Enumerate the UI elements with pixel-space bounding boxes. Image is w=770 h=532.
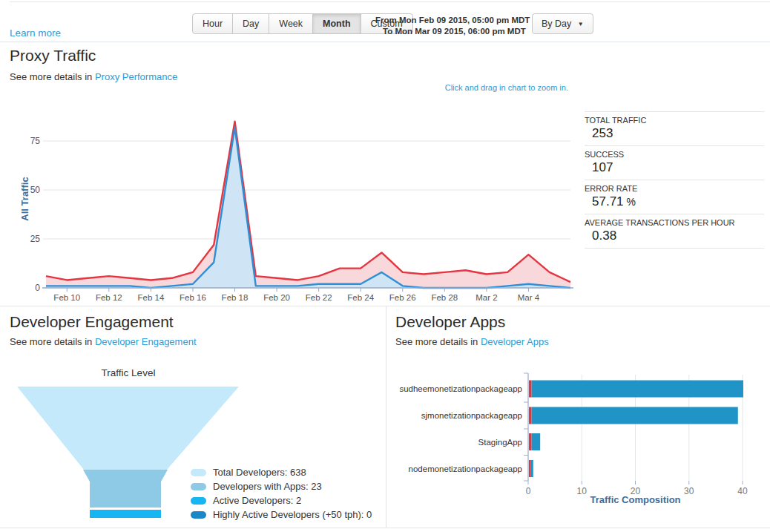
proxy-traffic-chart[interactable]: 0255075Feb 10Feb 12Feb 14Feb 16Feb 18Feb…: [0, 104, 586, 308]
developer-apps-subtitle: See more details in Developer Apps: [395, 336, 549, 347]
bar-red-nodemonetizationpackageapp[interactable]: [529, 460, 530, 477]
stat-label: SUCCESS: [585, 150, 764, 159]
bar-blue-sudheemonetizationpackageapp[interactable]: [532, 381, 743, 398]
stat-total-traffic: TOTAL TRAFFIC253: [585, 112, 764, 146]
developer-engagement-subtitle: See more details in Developer Engagement: [10, 336, 197, 347]
y-tick-label: 50: [30, 185, 41, 195]
legend-swatch-icon: [191, 469, 206, 476]
legend-label: Highly Active Developers (+50 tph): 0: [213, 509, 372, 520]
legend-label: Total Developers: 638: [213, 467, 306, 478]
funnel-segment-total-developers[interactable]: [17, 387, 239, 470]
range-button-week[interactable]: Week: [269, 13, 313, 34]
bar-blue-nodemonetizationpackageapp[interactable]: [530, 460, 533, 477]
stat-error-rate: ERROR RATE57.71%: [585, 180, 764, 214]
line-blue-series[interactable]: [46, 128, 570, 288]
range-button-month[interactable]: Month: [312, 13, 361, 34]
bar-blue-StagingApp[interactable]: [532, 433, 541, 450]
developer-apps-title: Developer Apps: [395, 313, 505, 331]
group-by-dropdown[interactable]: By Day ▼: [532, 13, 593, 34]
stat-suffix: %: [627, 196, 636, 208]
legend-item: Total Developers: 638: [191, 465, 372, 479]
y-tick-label: 75: [30, 136, 41, 146]
stat-value: 107: [585, 160, 764, 175]
vertical-divider: [386, 306, 386, 528]
zoom-hint: Click and drag in chart to zoom in.: [445, 83, 568, 92]
developer-apps-chart[interactable]: 010203040sudheemonetizationpackageappsjm…: [393, 370, 770, 514]
x-tick-label: Feb 28: [431, 293, 458, 302]
x-tick-label: Feb 18: [222, 293, 249, 302]
x-tick-label: Feb 10: [53, 293, 80, 302]
bar-red-StagingApp[interactable]: [529, 433, 532, 450]
legend-item: Highly Active Developers (+50 tph): 0: [191, 508, 372, 522]
bar-label: sjmonetizationpackageapp: [421, 411, 522, 420]
date-range: From Mon Feb 09 2015, 05:00 pm MDT To Mo…: [375, 15, 530, 37]
stat-label: ERROR RATE: [585, 184, 764, 193]
legend-swatch-icon: [191, 483, 206, 490]
developer-engagement-title: Developer Engagement: [10, 313, 174, 331]
traffic-stats-panel: TOTAL TRAFFIC253SUCCESS107ERROR RATE57.7…: [585, 111, 764, 249]
middle-divider: [0, 306, 770, 306]
x-tick-label: Feb 14: [137, 293, 164, 302]
analytics-dashboard: Learn more HourDayWeekMonthCustom From M…: [0, 0, 770, 532]
proxy-traffic-subtitle: See more details in Proxy Performance: [10, 71, 177, 82]
bar-blue-sjmonetizationpackageapp[interactable]: [532, 407, 738, 424]
x-tick-label: 10: [577, 486, 588, 496]
x-tick-label: Feb 12: [96, 293, 122, 302]
chevron-down-icon: ▼: [578, 21, 584, 27]
bar-label: nodemonetizationpackageapp: [409, 464, 522, 473]
funnel-title: Traffic Level: [10, 367, 247, 378]
stat-value: 253: [585, 126, 764, 141]
bar-red-sjmonetizationpackageapp[interactable]: [529, 407, 532, 424]
area-red-series: [46, 122, 570, 288]
legend-item: Active Developers: 2: [191, 493, 372, 508]
stat-success: SUCCESS107: [585, 146, 764, 180]
range-button-hour[interactable]: Hour: [192, 13, 233, 34]
funnel-legend: Total Developers: 638Developers with App…: [191, 465, 372, 522]
x-tick-label: Feb 24: [347, 293, 374, 302]
bar-label: StagingApp: [478, 438, 522, 447]
group-by-label: By Day: [542, 19, 571, 29]
date-to: To Mon Mar 09 2015, 06:00 pm MDT: [375, 26, 530, 37]
proxy-traffic-title: Proxy Traffic: [10, 47, 96, 65]
topbar-divider: [0, 42, 770, 42]
y-tick-label: 0: [35, 283, 40, 293]
x-tick-label: 30: [684, 486, 694, 496]
learn-more-link[interactable]: Learn more: [10, 27, 61, 39]
x-tick-label: 0: [526, 486, 531, 496]
legend-swatch-icon: [191, 497, 206, 505]
x-axis-title: Traffic Composition: [590, 494, 680, 505]
stat-value: 0.38: [585, 229, 764, 243]
x-tick-label: Feb 16: [180, 293, 206, 302]
stat-label: AVERAGE TRANSACTIONS PER HOUR: [585, 218, 764, 227]
date-from: From Mon Feb 09 2015, 05:00 pm MDT: [375, 15, 530, 26]
developer-engagement-link[interactable]: Developer Engagement: [95, 336, 197, 347]
legend-swatch-icon: [191, 511, 206, 519]
legend-label: Active Developers: 2: [213, 495, 301, 506]
bar-label: sudheemonetizationpackageapp: [399, 384, 522, 393]
legend-item: Developers with Apps: 23: [191, 479, 372, 493]
range-button-day[interactable]: Day: [232, 13, 269, 34]
y-axis-title: All Traffic: [19, 177, 30, 220]
funnel-segment-developers-with-apps[interactable]: [83, 470, 168, 508]
funnel-segment-active-developers[interactable]: [90, 510, 161, 518]
x-tick-label: Feb 20: [263, 293, 290, 302]
bar-red-sudheemonetizationpackageapp[interactable]: [529, 381, 532, 398]
stat-average-transactions-per-hour: AVERAGE TRANSACTIONS PER HOUR0.38: [585, 214, 764, 249]
stat-label: TOTAL TRAFFIC: [585, 116, 764, 125]
x-tick-label: Mar 4: [518, 293, 540, 302]
line-red-series[interactable]: [46, 122, 570, 282]
top-hairline: [10, 1, 770, 2]
x-tick-label: Feb 26: [389, 293, 416, 302]
developer-apps-link[interactable]: Developer Apps: [481, 336, 549, 347]
legend-label: Developers with Apps: 23: [213, 481, 322, 492]
x-tick-label: Mar 2: [476, 293, 497, 302]
bottom-divider: [0, 528, 770, 528]
proxy-performance-link[interactable]: Proxy Performance: [95, 71, 177, 82]
area-blue-series: [46, 128, 570, 288]
y-tick-label: 25: [30, 234, 41, 244]
x-tick-label: 40: [737, 486, 748, 496]
x-tick-label: Feb 22: [306, 293, 332, 302]
stat-value: 57.71%: [585, 194, 764, 209]
